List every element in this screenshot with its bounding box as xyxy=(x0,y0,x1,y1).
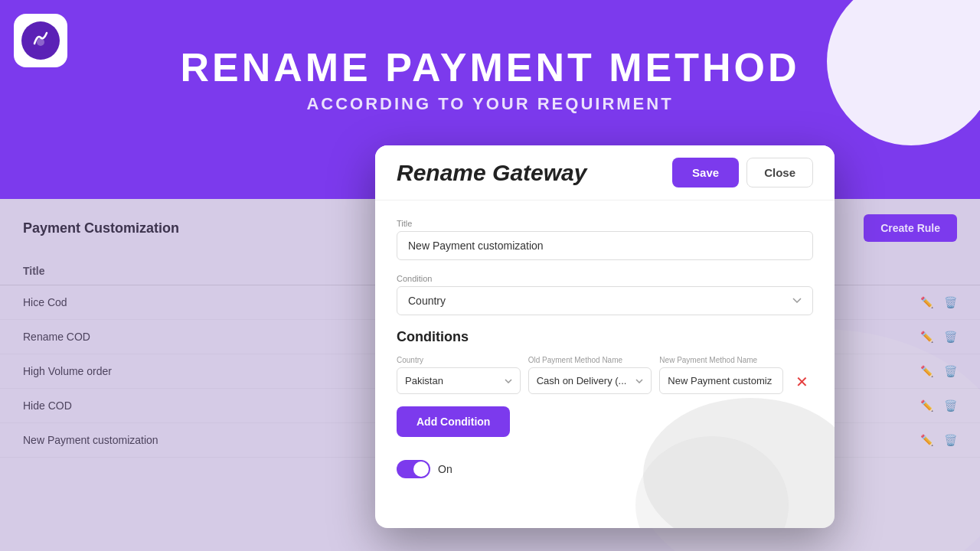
modal-header-actions: Save Close xyxy=(672,158,813,187)
delete-icon[interactable]: 🗑️ xyxy=(944,296,957,308)
condition-row: Country Pakistan India USA UK Old Paymen… xyxy=(397,356,813,394)
edit-icon[interactable]: ✏️ xyxy=(920,296,933,308)
conditions-section-title: Conditions xyxy=(397,329,813,345)
remove-condition-button[interactable]: ✕ xyxy=(791,371,813,393)
header-section: RENAME PAYMENT METHOD ACCORDING TO YOUR … xyxy=(0,46,980,114)
title-field-label: Title xyxy=(397,219,813,228)
delete-icon[interactable]: 🗑️ xyxy=(944,365,957,377)
edit-icon[interactable]: ✏️ xyxy=(920,331,933,343)
rename-gateway-modal: Rename Gateway Save Close Title Conditio… xyxy=(375,145,835,528)
add-condition-button[interactable]: Add Condition xyxy=(397,406,510,437)
toggle-track xyxy=(397,460,430,478)
new-method-input[interactable] xyxy=(659,367,783,394)
page-title: Payment Customization xyxy=(23,220,179,236)
app-logo xyxy=(14,14,67,67)
on-off-toggle[interactable] xyxy=(397,460,430,478)
logo-icon xyxy=(21,21,60,60)
edit-icon[interactable]: ✏️ xyxy=(920,365,933,377)
create-rule-button[interactable]: Create Rule xyxy=(864,214,957,242)
close-button[interactable]: Close xyxy=(746,158,813,187)
old-method-select[interactable]: Cash on Delivery (... Credit Card Bank T… xyxy=(528,367,652,394)
modal-header: Rename Gateway Save Close xyxy=(375,145,835,201)
toggle-thumb xyxy=(413,461,429,477)
toggle-row: On xyxy=(397,460,813,478)
country-select[interactable]: Pakistan India USA UK xyxy=(397,367,521,394)
svg-point-1 xyxy=(37,38,44,46)
condition-select[interactable]: Country Cart Total Product Weight xyxy=(397,286,813,315)
delete-icon[interactable]: 🗑️ xyxy=(944,399,957,412)
save-button[interactable]: Save xyxy=(672,158,739,187)
delete-icon[interactable]: 🗑️ xyxy=(944,331,957,343)
modal-title: Rename Gateway xyxy=(397,160,586,186)
new-method-label: New Payment Method Name xyxy=(659,356,783,364)
delete-icon[interactable]: 🗑️ xyxy=(944,434,957,446)
modal-body: Title Condition Country Cart Total Produ… xyxy=(375,201,835,497)
main-title: RENAME PAYMENT METHOD xyxy=(0,46,980,90)
country-label: Country xyxy=(397,356,521,364)
toggle-label: On xyxy=(438,463,452,475)
condition-field-label: Condition xyxy=(397,274,813,283)
title-field-group: Title xyxy=(397,219,813,260)
new-method-field: New Payment Method Name xyxy=(659,356,783,394)
old-method-field: Old Payment Method Name Cash on Delivery… xyxy=(528,356,652,394)
old-method-label: Old Payment Method Name xyxy=(528,356,652,364)
condition-field-group: Condition Country Cart Total Product Wei… xyxy=(397,274,813,315)
edit-icon[interactable]: ✏️ xyxy=(920,434,933,446)
title-input[interactable] xyxy=(397,231,813,260)
modal-body-inner: Title Condition Country Cart Total Produ… xyxy=(397,219,813,478)
edit-icon[interactable]: ✏️ xyxy=(920,399,933,412)
country-field: Country Pakistan India USA UK xyxy=(397,356,521,394)
conditions-section: Conditions Country Pakistan India USA UK… xyxy=(397,329,813,478)
main-subtitle: ACCORDING TO YOUR REQUIRMENT xyxy=(0,94,980,114)
